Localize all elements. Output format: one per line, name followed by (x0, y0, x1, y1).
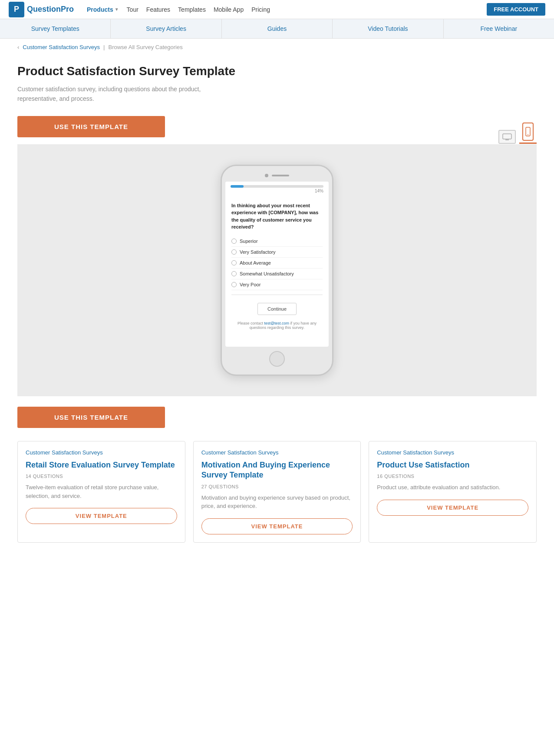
option-label-1: Superior (240, 239, 258, 244)
card-1-desc: Twelve-item evaluation of retail store p… (26, 483, 177, 500)
svg-rect-0 (503, 134, 511, 139)
nav-features[interactable]: Features (146, 6, 170, 13)
option-label-3: About Average (240, 260, 271, 265)
footer-text: Please contact (237, 321, 264, 325)
secondary-nav-survey-templates[interactable]: Survey Templates (0, 19, 111, 38)
survey-option-1[interactable]: Superior (231, 236, 323, 247)
secondary-nav-survey-articles[interactable]: Survey Articles (111, 19, 221, 38)
card-1-questions: 14 QUESTIONS (26, 474, 177, 479)
footer-email[interactable]: test@test.com (264, 321, 289, 325)
option-label-5: Very Poor (240, 282, 261, 287)
card-1-view-button[interactable]: VIEW TEMPLATE (26, 508, 177, 524)
main-content: Product Satisfaction Survey Template Cus… (0, 56, 554, 556)
secondary-nav-free-webinar[interactable]: Free Webinar (444, 19, 554, 38)
survey-option-5[interactable]: Very Poor (231, 279, 323, 290)
breadcrumb: ‹ Customer Satisfaction Surveys | Browse… (0, 39, 554, 56)
nav-tour[interactable]: Tour (127, 6, 138, 13)
logo-icon: P (9, 2, 24, 17)
survey-divider (231, 295, 323, 295)
mobile-view-icon[interactable] (522, 123, 534, 141)
survey-option-2[interactable]: Very Satisfactory (231, 247, 323, 258)
radio-somewhat-unsatisfactory (231, 271, 237, 276)
secondary-nav-video-tutorials[interactable]: Video Tutorials (333, 19, 443, 38)
option-label-4: Somewhat Unsatisfactory (240, 271, 294, 276)
phone-screen: 14% In thinking about your most recent e… (225, 182, 329, 347)
card-3-view-button[interactable]: VIEW TEMPLATE (377, 500, 528, 516)
phone-camera (265, 174, 268, 177)
survey-option-4[interactable]: Somewhat Unsatisfactory (231, 269, 323, 279)
breadcrumb-parent-link[interactable]: Customer Satisfaction Surveys (23, 44, 100, 50)
radio-about-average (231, 260, 237, 265)
survey-footer: Please contact test@test.com if you have… (225, 318, 329, 334)
breadcrumb-current: Browse All Survey Categories (108, 44, 182, 50)
secondary-navigation: Survey Templates Survey Articles Guides … (0, 19, 554, 39)
card-3-desc: Product use, attribute evaluation and sa… (377, 483, 528, 492)
mobile-active-indicator (519, 143, 537, 144)
breadcrumb-back-arrow: ‹ (17, 44, 19, 50)
secondary-nav-guides[interactable]: Guides (222, 19, 333, 38)
progress-track (231, 185, 323, 188)
phone-preview-background: 14% In thinking about your most recent e… (17, 144, 537, 396)
nav-products[interactable]: Products ▼ (87, 6, 119, 13)
survey-question: In thinking about your most recent exper… (225, 197, 329, 236)
card-2-questions: 27 QUESTIONS (201, 484, 353, 489)
use-template-button-bottom[interactable]: USE THIS TEMPLATE (17, 407, 165, 428)
phone-home-button (269, 351, 285, 367)
nav-links: Products ▼ Tour Features Templates Mobil… (87, 3, 545, 16)
page-description: Customer satisfaction survey, including … (17, 84, 226, 104)
progress-label: 14% (231, 189, 323, 193)
nav-templates[interactable]: Templates (178, 6, 206, 13)
phone-frame: 14% In thinking about your most recent e… (221, 165, 333, 376)
breadcrumb-separator: | (103, 44, 105, 50)
card-2-category[interactable]: Customer Satisfaction Surveys (201, 449, 353, 456)
card-1-title: Retail Store Evaluation Survey Template (26, 460, 177, 470)
card-1-category[interactable]: Customer Satisfaction Surveys (26, 449, 177, 456)
card-2-title: Motivation And Buying Experience Survey … (201, 460, 353, 481)
device-switcher (498, 123, 537, 144)
radio-very-satisfactory (231, 249, 237, 255)
related-card-3: Customer Satisfaction Surveys Product Us… (369, 441, 537, 543)
survey-options: Superior Very Satisfactory About Average (225, 236, 329, 290)
nav-pricing[interactable]: Pricing (251, 6, 270, 13)
continue-button-area: Continue (225, 299, 329, 318)
top-navigation: P QuestionPro Products ▼ Tour Features T… (0, 0, 554, 19)
svg-point-5 (528, 134, 528, 135)
option-label-2: Very Satisfactory (240, 249, 276, 255)
survey-option-3[interactable]: About Average (231, 258, 323, 269)
radio-very-poor (231, 282, 237, 287)
phone-speaker (272, 175, 289, 176)
free-account-button[interactable]: FREE ACCOUNT (487, 3, 545, 16)
radio-superior (231, 239, 237, 244)
phone-top-bar (225, 174, 329, 177)
progress-bar-container: 14% (225, 182, 329, 197)
related-templates-grid: Customer Satisfaction Surveys Retail Sto… (17, 441, 537, 543)
related-card-1: Customer Satisfaction Surveys Retail Sto… (17, 441, 185, 543)
products-dropdown-caret: ▼ (115, 7, 119, 12)
continue-button[interactable]: Continue (257, 303, 297, 315)
card-2-desc: Motivation and buying experience survey … (201, 494, 353, 511)
nav-mobile-app[interactable]: Mobile App (214, 6, 244, 13)
page-title: Product Satisfaction Survey Template (17, 64, 537, 78)
card-3-category[interactable]: Customer Satisfaction Surveys (377, 449, 528, 456)
card-3-questions: 16 QUESTIONS (377, 474, 528, 479)
brand-name: QuestionPro (27, 5, 74, 14)
logo-area[interactable]: P QuestionPro (9, 2, 74, 17)
preview-area: 14% In thinking about your most recent e… (17, 144, 537, 396)
related-card-2: Customer Satisfaction Surveys Motivation… (193, 441, 361, 543)
use-template-button-top[interactable]: USE THIS TEMPLATE (17, 116, 165, 137)
card-3-title: Product Use Satisfaction (377, 460, 528, 470)
progress-fill (231, 185, 244, 188)
desktop-view-icon[interactable] (498, 130, 516, 144)
card-2-view-button[interactable]: VIEW TEMPLATE (201, 518, 353, 534)
